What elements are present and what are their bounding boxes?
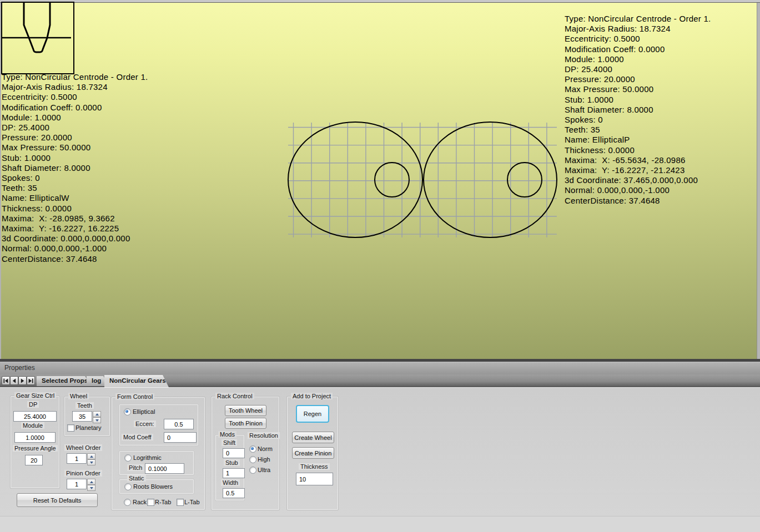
spinner-down-icon <box>95 419 99 422</box>
shift-label: Shift <box>222 439 237 446</box>
spinner-down-icon <box>90 487 93 489</box>
gear-size-group-title: Gear Size Ctrl <box>14 392 56 399</box>
dp-input[interactable] <box>13 411 57 422</box>
spinner-up-icon <box>95 413 99 416</box>
wheel-properties-text: Type: NonCircular Centrode - Order 1. Ma… <box>2 72 148 264</box>
pinion-properties-text: Type: NonCircular Centrode - Order 1. Ma… <box>565 14 711 206</box>
pressure-angle-label: Pressure Angle <box>13 445 58 452</box>
planetary-label: Planetary <box>76 424 101 431</box>
width-input[interactable] <box>223 488 245 498</box>
resolution-label: Resolution <box>248 432 280 439</box>
tooth-wheel-button[interactable]: Tooth Wheel <box>225 405 266 416</box>
panel-title-bar: Properties <box>0 362 760 374</box>
pinion-order-label: Pinion Order <box>64 470 102 477</box>
rack-control-group-title: Rack Control <box>215 393 254 399</box>
pinion-order-spinner <box>67 479 94 489</box>
reset-to-defaults-button[interactable]: Reset To Defaults <box>17 493 98 507</box>
mods-subgroup-title: Mods <box>218 431 236 438</box>
prev-tab-button[interactable] <box>10 376 18 385</box>
logrithmic-radio[interactable] <box>124 454 132 462</box>
window-bottom-strip <box>0 516 760 532</box>
teeth-up-button[interactable] <box>93 411 101 417</box>
l-tab-label: L-Tab <box>184 499 200 505</box>
high-radio[interactable] <box>249 456 256 463</box>
teeth-down-button[interactable] <box>93 417 101 423</box>
module-label: Module <box>21 422 44 429</box>
create-pinion-button[interactable]: Create Pinion <box>292 447 334 459</box>
pinion-order-input[interactable] <box>67 479 87 489</box>
eccen-label: Eccen: <box>134 420 156 427</box>
spinner-up-icon <box>90 481 93 483</box>
logrithmic-radio-label: Logrithmic <box>133 454 162 461</box>
noncircular-gears-panel: Gear Size Ctrl DP Module Pressure Angle … <box>0 387 760 516</box>
elliptical-subgroup: Elliptical Eccen: Mod Coeff <box>119 404 199 446</box>
mods-subgroup: Mods Shift Stub Width <box>215 434 245 501</box>
window-right-border <box>757 3 760 359</box>
pitch-label: Pitch <box>127 464 144 471</box>
form-control-group-title: Form Control <box>115 393 154 400</box>
prev-tab-icon <box>12 378 17 383</box>
module-input[interactable] <box>14 432 56 443</box>
next-tab-icon <box>20 378 25 383</box>
tooth-pinion-button[interactable]: Tooth Pinion <box>225 418 266 429</box>
high-radio-label: High <box>258 456 270 463</box>
dp-label: DP <box>27 401 39 408</box>
create-wheel-button[interactable]: Create Wheel <box>292 432 334 443</box>
wheel-order-up-button[interactable] <box>87 453 95 459</box>
roots-blowers-radio-label: Roots Blowers <box>133 483 173 490</box>
last-tab-button[interactable] <box>27 376 35 385</box>
stub-label: Stub <box>224 459 240 466</box>
add-to-project-group-title: Add to Project <box>291 393 333 399</box>
mod-coeff-input[interactable] <box>164 432 197 443</box>
tooth-profile-icon <box>1 2 74 74</box>
first-tab-button[interactable] <box>2 376 10 385</box>
width-label: Width <box>221 479 240 486</box>
rack-control-group: Rack Control Tooth Wheel Tooth Pinion Mo… <box>211 396 280 510</box>
wheel-order-input[interactable] <box>67 453 87 464</box>
r-tab-label: R-Tab <box>155 499 171 505</box>
l-tab-checkbox[interactable] <box>177 499 184 506</box>
pitch-input[interactable] <box>145 463 184 474</box>
pinion-order-down-button[interactable] <box>87 485 95 491</box>
thickness-label: Thickness <box>299 463 330 470</box>
mod-coeff-label: Mod Coeff <box>122 434 153 440</box>
roots-blowers-radio[interactable] <box>124 483 132 490</box>
next-tab-button[interactable] <box>18 376 27 385</box>
elliptical-radio-label: Elliptical <box>133 408 155 415</box>
gear-size-group: Gear Size Ctrl DP Module Pressure Angle <box>10 396 60 489</box>
static-label: Static <box>127 475 146 482</box>
teeth-label: Teeth <box>76 402 94 409</box>
tab-noncircular-gears[interactable]: NonCircular Gears <box>104 375 169 387</box>
planetary-checkbox[interactable] <box>67 424 74 432</box>
ultra-radio-label: Ultra <box>258 467 270 473</box>
last-tab-icon <box>28 378 33 383</box>
pinion-order-up-button[interactable] <box>87 479 95 485</box>
thickness-input[interactable] <box>296 473 333 485</box>
spinner-up-icon <box>90 455 93 458</box>
wheel-group-title: Wheel <box>68 393 89 399</box>
wheel-group: Wheel Teeth Planetary <box>64 396 110 437</box>
gear-app-window: { "accent": {"focus_border": "#49b4de", … <box>0 0 760 532</box>
stub-input[interactable] <box>223 468 245 478</box>
logrithmic-subgroup: Logrithmic Pitch <box>119 450 194 475</box>
eccen-input[interactable] <box>164 419 194 429</box>
ultra-radio[interactable] <box>249 467 256 474</box>
wheel-order-label: Wheel Order <box>64 444 102 451</box>
add-to-project-group: Add to Project Regen Create Wheel Create… <box>286 396 339 510</box>
teeth-input[interactable] <box>72 411 92 422</box>
wheel-order-down-button[interactable] <box>87 459 95 465</box>
tab-strip: Selected Props log NonCircular Gears <box>0 374 760 387</box>
regen-button[interactable]: Regen <box>296 405 329 423</box>
norm-radio-label: Norm <box>258 445 273 452</box>
r-tab-checkbox[interactable] <box>147 499 154 506</box>
wheel-order-spinner <box>67 453 94 464</box>
shift-input[interactable] <box>223 448 245 458</box>
elliptical-radio[interactable] <box>124 408 131 416</box>
tab-selected-props[interactable]: Selected Props <box>37 376 91 386</box>
norm-radio[interactable] <box>249 445 256 453</box>
rack-radio[interactable] <box>124 499 131 506</box>
rack-radio-label: Rack <box>133 499 147 505</box>
pressure-angle-input[interactable] <box>25 455 43 465</box>
spinner-down-icon <box>90 462 93 464</box>
form-control-group: Form Control Elliptical Eccen: Mod Coeff… <box>111 397 205 510</box>
